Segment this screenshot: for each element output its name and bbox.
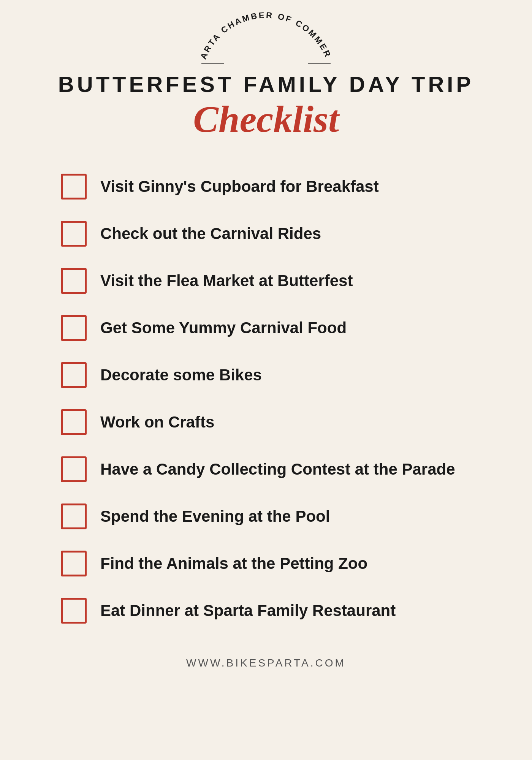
checkbox-2[interactable]: [61, 221, 87, 247]
list-item: Have a Candy Collecting Contest at the P…: [61, 446, 494, 493]
checkbox-6[interactable]: [61, 409, 87, 435]
title-section: BUTTERFEST FAMILY DAY TRIP Checklist: [58, 72, 474, 140]
checklist-container: Visit Ginny's Cupboard for Breakfast Che…: [38, 163, 494, 634]
checkbox-3[interactable]: [61, 268, 87, 294]
page-title-line1: BUTTERFEST FAMILY DAY TRIP: [58, 72, 474, 97]
svg-text:SPARTA CHAMBER OF COMMERCE: SPARTA CHAMBER OF COMMERCE: [194, 8, 333, 61]
list-item: Decorate some Bikes: [61, 352, 494, 399]
checkbox-1[interactable]: [61, 174, 87, 200]
list-item: Visit Ginny's Cupboard for Breakfast: [61, 163, 494, 210]
page-title-line2: Checklist: [58, 98, 474, 140]
item-label-3: Visit the Flea Market at Butterfest: [100, 271, 353, 290]
list-item: Eat Dinner at Sparta Family Restaurant: [61, 587, 494, 634]
item-label-6: Work on Crafts: [100, 413, 214, 432]
item-label-9: Find the Animals at the Petting Zoo: [100, 554, 367, 573]
list-item: Find the Animals at the Petting Zoo: [61, 540, 494, 587]
item-label-2: Check out the Carnival Rides: [100, 224, 321, 243]
checkbox-4[interactable]: [61, 315, 87, 341]
checkbox-10[interactable]: [61, 598, 87, 624]
item-label-5: Decorate some Bikes: [100, 366, 262, 385]
list-item: Visit the Flea Market at Butterfest: [61, 257, 494, 304]
checkbox-7[interactable]: [61, 456, 87, 482]
list-item: Spend the Evening at the Pool: [61, 493, 494, 540]
list-item: Work on Crafts: [61, 399, 494, 446]
checkbox-8[interactable]: [61, 504, 87, 529]
item-label-10: Eat Dinner at Sparta Family Restaurant: [100, 601, 396, 620]
item-label-1: Visit Ginny's Cupboard for Breakfast: [100, 177, 379, 196]
list-item: Check out the Carnival Rides: [61, 210, 494, 257]
item-label-7: Have a Candy Collecting Contest at the P…: [100, 460, 455, 479]
item-label-8: Spend the Evening at the Pool: [100, 507, 330, 526]
checkbox-9[interactable]: [61, 551, 87, 576]
list-item: Get Some Yummy Carnival Food: [61, 304, 494, 352]
arc-logo: SPARTA CHAMBER OF COMMERCE: [194, 8, 338, 68]
checkbox-5[interactable]: [61, 362, 87, 388]
item-label-4: Get Some Yummy Carnival Food: [100, 318, 347, 337]
footer-url: WWW.BIKESPARTA.COM: [186, 657, 346, 669]
